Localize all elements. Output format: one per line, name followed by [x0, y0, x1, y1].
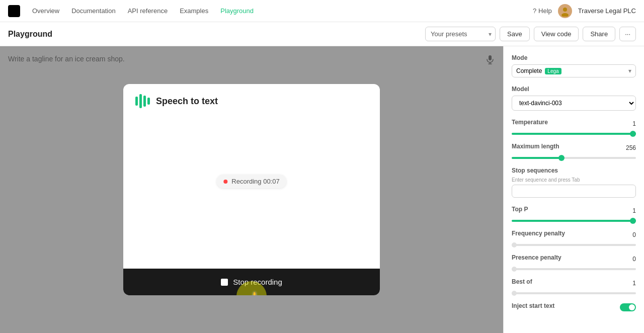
- nav-examples[interactable]: Examples: [180, 7, 208, 15]
- best-of-value: 1: [632, 280, 636, 287]
- navbar: Overview Documentation API reference Exa…: [0, 0, 644, 22]
- modal-footer: Stop recording: [123, 269, 380, 295]
- waveform-bar-4: [147, 98, 150, 105]
- mode-select[interactable]: Complete Lega ▾: [512, 64, 636, 77]
- presence-penalty-value: 0: [632, 256, 636, 263]
- top-p-label: Top P: [512, 206, 528, 213]
- playground-header: Playground Your presets Save View code S…: [0, 22, 644, 46]
- max-length-row: Maximum length 256: [512, 143, 636, 153]
- help-button[interactable]: ? Help: [533, 7, 552, 15]
- mode-chevron: ▾: [628, 67, 631, 74]
- navbar-right: ? Help Traverse Legal PLC: [533, 4, 636, 18]
- mode-section: Mode Complete Lega ▾: [512, 54, 636, 77]
- svg-point-1: [561, 13, 569, 17]
- inject-section: Inject start text: [512, 302, 636, 312]
- app-logo[interactable]: [8, 5, 20, 17]
- help-label: Help: [538, 7, 552, 15]
- best-of-section: Best of 1: [512, 278, 636, 294]
- presence-penalty-thumb[interactable]: [512, 267, 517, 272]
- model-select[interactable]: text-davinci-003: [512, 96, 636, 111]
- freq-penalty-thumb[interactable]: [512, 242, 517, 247]
- freq-penalty-label: Frequency penalty: [512, 230, 565, 237]
- temperature-track: [512, 133, 636, 135]
- max-length-value: 256: [626, 144, 636, 151]
- best-of-thumb[interactable]: [512, 291, 517, 296]
- nav-playground[interactable]: Playground: [220, 7, 254, 15]
- inject-row: Inject start text: [512, 302, 636, 312]
- max-length-section: Maximum length 256: [512, 143, 636, 159]
- presence-penalty-section: Presence penalty 0: [512, 254, 636, 270]
- right-sidebar: Mode Complete Lega ▾ Model text-davinci-…: [503, 46, 644, 333]
- max-length-fill: [512, 157, 561, 159]
- inject-label: Inject start text: [512, 302, 554, 309]
- nav-api-reference[interactable]: API reference: [128, 7, 168, 15]
- avatar: [558, 4, 572, 18]
- presence-penalty-label: Presence penalty: [512, 254, 561, 261]
- help-icon: ?: [533, 7, 536, 15]
- best-of-row: Best of 1: [512, 278, 636, 288]
- temperature-thumb[interactable]: [630, 131, 636, 137]
- best-of-label: Best of: [512, 278, 532, 285]
- model-label: Model: [512, 86, 636, 93]
- presence-penalty-row: Presence penalty 0: [512, 254, 636, 264]
- stop-seq-input[interactable]: [512, 185, 636, 198]
- temperature-row: Temperature 1: [512, 119, 636, 129]
- stop-icon: [221, 279, 228, 286]
- waveform-bar-1: [135, 97, 138, 106]
- top-p-row: Top P 1: [512, 206, 636, 216]
- top-p-fill: [512, 220, 636, 222]
- temperature-section: Temperature 1: [512, 119, 636, 135]
- stop-seq-label: Stop sequences: [512, 167, 636, 174]
- modal-title: Speech to text: [156, 96, 218, 107]
- waveform-icon: [135, 94, 150, 108]
- inject-toggle-knob: [629, 304, 635, 310]
- recording-dot: [223, 180, 227, 184]
- modal-header: Speech to text: [123, 84, 380, 116]
- view-code-button[interactable]: View code: [534, 27, 579, 41]
- content-area: Write a tagline for an ice cream shop.: [0, 46, 503, 333]
- recording-label: Recording 00:07: [231, 178, 279, 185]
- user-name: Traverse Legal PLC: [578, 7, 636, 15]
- freq-penalty-track: [512, 244, 636, 246]
- stop-seq-hint: Enter sequence and press Tab: [512, 177, 636, 183]
- max-length-label: Maximum length: [512, 143, 559, 150]
- top-p-value: 1: [632, 207, 636, 214]
- speech-to-text-modal: Speech to text Recording 00:07 Stop reco…: [123, 84, 380, 295]
- best-of-track: [512, 292, 636, 294]
- modal-body: Recording 00:07: [123, 116, 380, 269]
- modal-overlay[interactable]: Speech to text Recording 00:07 Stop reco…: [0, 46, 503, 333]
- max-length-track: [512, 157, 636, 159]
- freq-penalty-section: Frequency penalty 0: [512, 230, 636, 246]
- more-button[interactable]: ···: [619, 27, 636, 41]
- nav-overview[interactable]: Overview: [32, 7, 59, 15]
- nav-documentation[interactable]: Documentation: [71, 7, 115, 15]
- share-button[interactable]: Share: [583, 27, 615, 41]
- mode-badge: Lega: [545, 68, 561, 74]
- page-title: Playground: [8, 30, 52, 39]
- inject-toggle[interactable]: [620, 303, 636, 311]
- top-p-track: [512, 220, 636, 222]
- waveform-bar-3: [143, 96, 146, 107]
- model-section: Model text-davinci-003: [512, 86, 636, 111]
- mode-label: Mode: [512, 54, 636, 61]
- main-layout: Write a tagline for an ice cream shop.: [0, 46, 644, 333]
- waveform-bar-2: [139, 94, 142, 108]
- header-actions: Your presets Save View code Share ···: [425, 27, 636, 41]
- presets-select[interactable]: Your presets: [425, 27, 496, 41]
- save-button[interactable]: Save: [500, 27, 530, 41]
- freq-penalty-value: 0: [632, 231, 636, 238]
- temperature-fill: [512, 133, 636, 135]
- temperature-value: 1: [632, 120, 636, 127]
- recording-indicator: Recording 00:07: [216, 175, 286, 188]
- stop-label: Stop recording: [233, 278, 282, 286]
- mode-value: Complete: [516, 67, 542, 74]
- svg-point-0: [563, 8, 567, 12]
- presets-wrapper: Your presets: [425, 27, 496, 41]
- freq-penalty-row: Frequency penalty 0: [512, 230, 636, 240]
- max-length-thumb[interactable]: [558, 155, 565, 161]
- stop-seq-section: Stop sequences Enter sequence and press …: [512, 167, 636, 198]
- stop-recording-button[interactable]: Stop recording: [123, 269, 380, 295]
- temperature-label: Temperature: [512, 119, 548, 126]
- top-p-thumb[interactable]: [630, 218, 636, 224]
- presence-penalty-track: [512, 268, 636, 270]
